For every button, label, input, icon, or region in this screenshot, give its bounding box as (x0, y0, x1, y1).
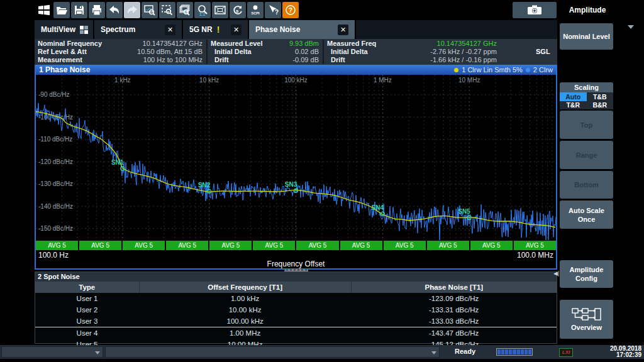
softkey-menu-title: Amplitude (557, 0, 618, 20)
screenshot-button[interactable] (513, 2, 557, 18)
softkey-bottom[interactable]: Bottom (560, 171, 613, 199)
info-value: 10.50 dBm, Att 15 dB (137, 48, 203, 56)
tab-overflow-dropdown-icon[interactable] (628, 25, 634, 29)
info-value: 10.147354127 GHz (437, 40, 497, 48)
tab-phase-noise[interactable]: Phase Noise✕ (249, 20, 356, 39)
toolbar: 1:1sSCPI?? (0, 0, 557, 20)
trace-legend: 1 Clrw Lin Smth 5%2 Clrw (454, 66, 553, 74)
scaling-option-t-r[interactable]: T&R (560, 101, 587, 110)
phase-noise-plot: -90 dBc/Hz-100 dBc/Hz-110 dBc/Hz-120 dBc… (36, 75, 556, 241)
softkey-auto-scale-once[interactable]: Auto Scale Once (560, 200, 613, 229)
refresh-sweep-button[interactable]: s (230, 2, 246, 18)
zoom-area-button[interactable] (159, 2, 175, 18)
svg-text:SN4: SN4 (372, 204, 384, 211)
info-value: -0.09 dB (292, 56, 319, 64)
info-value: 10.147354127 GHz (143, 40, 203, 48)
spot-noise-table: TypeOffset Frequency [T1]Phase Noise [T1… (35, 282, 557, 350)
undo-button[interactable] (106, 2, 123, 18)
multiview-grid-icon (80, 26, 88, 34)
info-row: Drift-1.66 kHz / -0.16 ppm (324, 56, 531, 64)
undo-icon (108, 4, 121, 16)
info-value: -2.76 kHz / -0.27 ppm (430, 48, 497, 56)
zoom-trace-button[interactable] (142, 2, 158, 18)
info-value: 9.93 dBm (289, 40, 319, 48)
info-label: Measurement (38, 56, 82, 64)
close-icon[interactable]: ✕ (165, 25, 175, 35)
svg-text:-130 dBc/Hz: -130 dBc/Hz (38, 180, 73, 187)
close-icon[interactable]: ✕ (231, 25, 242, 35)
tab-label: Spectrum (101, 25, 135, 34)
table-cell: 100.00 kHz (139, 315, 351, 327)
screenshot-camera-icon (526, 4, 543, 16)
scaling-option-auto[interactable]: Auto (560, 92, 587, 101)
info-row: Nominal Frequency10.147354127 GHz (35, 40, 206, 48)
table-row: User 11.00 kHz-123.09 dBc/Hz (35, 293, 557, 304)
save-button[interactable] (71, 2, 87, 18)
scaling-option-t-b[interactable]: T&B (587, 92, 614, 101)
trace-dot-icon (526, 68, 530, 72)
softkey-label: Overview (571, 323, 602, 332)
spot-noise-table-header: TypeOffset Frequency [T1]Phase Noise [T1… (35, 282, 557, 293)
avg-segment: AVG 5 (123, 241, 165, 250)
open-file-button[interactable] (53, 2, 70, 18)
progress-segment (521, 349, 524, 354)
info-row: Initial Delta-2.76 kHz / -0.27 ppm (324, 48, 531, 56)
softkey-amplitude-config[interactable]: Amplitude Config (560, 260, 613, 288)
display-frame-button[interactable] (212, 2, 228, 18)
avg-segment: AVG 5 (209, 241, 252, 250)
avg-segment: AVG 5 (384, 241, 426, 250)
progress-segment (501, 349, 504, 354)
progress-segment (525, 349, 528, 354)
table-row: User 3100.00 kHz-133.03 dBc/Hz (35, 315, 557, 327)
scaling-option-b-r[interactable]: B&R (587, 101, 614, 110)
sweep-progress-bar (496, 348, 533, 356)
svg-text:SN3: SN3 (285, 181, 297, 188)
help-pointer-icon: ? (267, 4, 279, 16)
x-axis-title: Frequency Offset (36, 260, 556, 269)
status-combo-left[interactable] (1, 346, 103, 358)
info-column-3: Measured Freq10.147354127 GHzInitial Del… (324, 39, 531, 65)
svg-text:100 kHz: 100 kHz (284, 77, 308, 84)
trace-legend-label: 2 Clrw (533, 66, 553, 74)
svg-text:10 MHz: 10 MHz (458, 77, 480, 84)
table-cell: 1.00 kHz (139, 293, 351, 304)
svg-text:1:1: 1:1 (199, 12, 206, 16)
redo-button[interactable] (124, 2, 140, 18)
status-bar: Ready LXI 20.09.2018 17:02:39 (0, 345, 644, 359)
lxi-logo: LXI (559, 348, 573, 357)
softkey-nominal-level[interactable]: Nominal Level (560, 23, 613, 50)
close-icon[interactable]: ✕ (338, 25, 348, 35)
svg-text:SN2: SN2 (198, 182, 211, 189)
progress-segment (528, 349, 531, 354)
zoom-1to1-button[interactable]: 1:1 (194, 2, 211, 18)
tab-5g-nr[interactable]: 5G NR!✕ (183, 20, 249, 39)
x-axis-end-label: 100.0 MHz (517, 251, 553, 260)
print-button[interactable] (89, 2, 105, 18)
table-cell: 10.00 kHz (139, 304, 351, 315)
svg-text:1 kHz: 1 kHz (114, 77, 131, 84)
svg-text:?: ? (275, 9, 279, 16)
table-cell: -123.09 dBc/Hz (351, 293, 557, 304)
tab-multiview[interactable]: MultiView (35, 20, 94, 39)
help-pointer-button[interactable]: ? (265, 2, 281, 18)
spot-noise-window-title: 2 Spot Noise (35, 272, 557, 282)
info-value: 100 Hz to 100 MHz (143, 56, 203, 64)
zoom-multi-window-button[interactable] (177, 2, 193, 18)
info-label: Ref Level & Att (38, 48, 87, 56)
zoom-multi-window-icon (179, 4, 191, 16)
scpi-remote-button[interactable]: SCPI (247, 2, 264, 18)
softkey-focus-arrow-icon: ◀| (553, 270, 559, 277)
status-message-combo[interactable] (105, 346, 440, 358)
windows-logo-button[interactable] (36, 2, 52, 18)
softkey-range[interactable]: Range (560, 141, 613, 169)
table-cell: -133.03 dBc/Hz (351, 315, 557, 327)
avg-segment: AVG 5 (296, 241, 338, 250)
tab-spectrum[interactable]: Spectrum✕ (94, 20, 183, 39)
open-file-icon (55, 4, 68, 16)
info-row: Measurement100 Hz to 100 MHz (35, 56, 206, 64)
avg-segment: AVG 5 (166, 241, 208, 250)
help-button[interactable]: ? (282, 2, 299, 18)
softkey-top[interactable]: Top (560, 111, 613, 139)
svg-text:?: ? (289, 6, 292, 14)
softkey-overview[interactable]: Overview (560, 300, 613, 339)
